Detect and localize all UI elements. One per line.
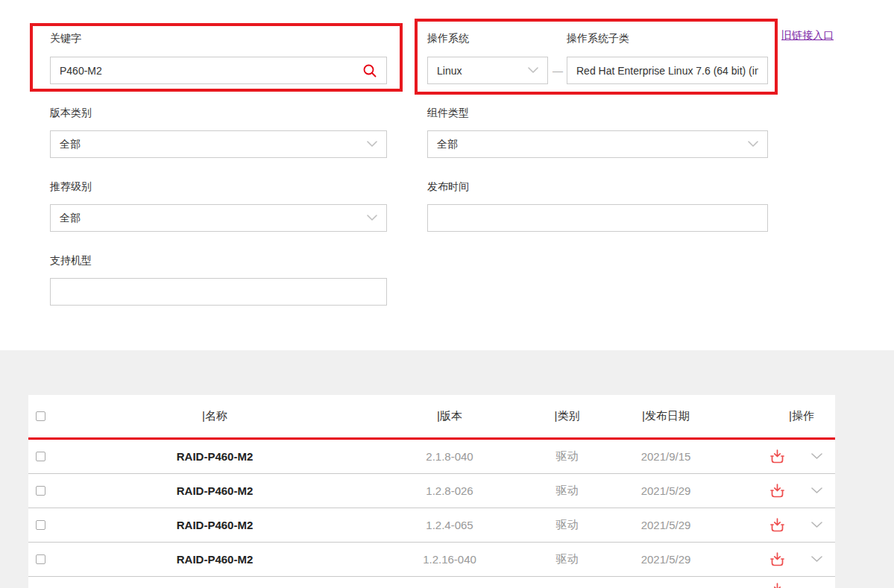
download-icon[interactable]	[769, 582, 786, 588]
supported-models-label: 支持机型	[50, 254, 92, 268]
table-row: RAID-P460-M2 1.2.8-026 驱动 2021/5/29	[28, 474, 835, 508]
results-section: |名称 |版本 |类别 |发布日期 |操作 RAID-P460-M2 2.1.8…	[0, 350, 894, 588]
row-category: 驱动	[535, 552, 599, 566]
component-type-label: 组件类型	[427, 107, 469, 120]
table-row: RAID-P460-M2 2.1.8-040 驱动 2021/9/15	[28, 440, 835, 474]
os-sub-label: 操作系统子类	[567, 32, 629, 45]
row-checkbox[interactable]	[36, 520, 45, 530]
download-icon[interactable]	[769, 449, 786, 464]
row-date: 2021/5/29	[599, 484, 733, 497]
version-category-select[interactable]: 全部	[50, 130, 387, 158]
release-time-input[interactable]	[437, 212, 758, 224]
table-body: RAID-P460-M2 2.1.8-040 驱动 2021/9/15 RAID…	[28, 440, 835, 577]
chevron-down-icon	[367, 215, 377, 221]
select-all-checkbox[interactable]	[36, 411, 45, 421]
supported-models-input[interactable]	[60, 286, 377, 298]
download-icon[interactable]	[769, 517, 786, 533]
row-version: 2.1.8-040	[364, 450, 535, 463]
search-icon[interactable]	[362, 63, 377, 78]
row-checkbox[interactable]	[36, 452, 45, 461]
os-separator: —	[553, 65, 563, 77]
expand-chevron-icon[interactable]	[811, 556, 822, 563]
table-row-partial	[28, 577, 835, 588]
header-name: |名称	[66, 409, 364, 423]
row-category: 驱动	[535, 484, 599, 498]
row-category: 驱动	[535, 518, 599, 532]
row-category: 驱动	[535, 449, 599, 464]
table-header-row: |名称 |版本 |类别 |发布日期 |操作	[28, 395, 835, 440]
os-select-value: Linux	[437, 65, 522, 77]
keyword-input[interactable]	[60, 65, 362, 77]
os-sub-field	[567, 57, 768, 84]
row-name: RAID-P460-M2	[66, 553, 364, 566]
download-icon[interactable]	[769, 551, 786, 567]
download-icon[interactable]	[769, 483, 786, 499]
results-table: |名称 |版本 |类别 |发布日期 |操作 RAID-P460-M2 2.1.8…	[28, 395, 835, 588]
row-version: 1.2.8-026	[364, 484, 535, 497]
row-date: 2021/5/29	[599, 519, 733, 531]
row-name: RAID-P460-M2	[66, 450, 364, 463]
table-row: RAID-P460-M2 1.2.16-040 驱动 2021/5/29	[28, 543, 835, 577]
row-version: 1.2.16-040	[364, 553, 535, 566]
keyword-label: 关键字	[50, 32, 81, 45]
version-category-value: 全部	[60, 138, 361, 151]
expand-chevron-icon[interactable]	[811, 453, 822, 460]
recommend-level-value: 全部	[60, 212, 361, 225]
release-time-label: 发布时间	[427, 180, 469, 194]
expand-chevron-icon[interactable]	[811, 487, 822, 494]
os-select[interactable]: Linux	[427, 57, 548, 84]
row-name: RAID-P460-M2	[66, 519, 364, 531]
header-version: |版本	[364, 409, 535, 423]
row-date: 2021/5/29	[599, 553, 733, 566]
row-version: 1.2.4-065	[364, 519, 535, 531]
row-name: RAID-P460-M2	[66, 484, 364, 497]
chevron-down-icon	[528, 67, 538, 74]
header-action: |操作	[733, 409, 835, 423]
component-type-select[interactable]: 全部	[427, 130, 768, 158]
component-type-value: 全部	[437, 138, 742, 151]
recommend-level-select[interactable]: 全部	[50, 204, 387, 232]
legacy-link[interactable]: 旧链接入口	[781, 29, 834, 42]
header-category: |类别	[535, 409, 599, 423]
driver-download-page: 旧链接入口 关键字 操作系统 Linux — 操作系统子类 版本类别 全部	[0, 0, 894, 588]
keyword-field	[50, 57, 387, 84]
header-date: |发布日期	[599, 409, 733, 423]
release-time-field	[427, 204, 768, 232]
version-category-label: 版本类别	[50, 107, 92, 120]
chevron-down-icon	[367, 141, 377, 148]
expand-chevron-icon[interactable]	[811, 522, 822, 528]
table-row: RAID-P460-M2 1.2.4-065 驱动 2021/5/29	[28, 508, 835, 543]
row-checkbox[interactable]	[36, 486, 45, 496]
os-label: 操作系统	[427, 32, 469, 45]
recommend-level-label: 推荐级别	[50, 180, 92, 194]
chevron-down-icon	[748, 141, 758, 148]
supported-models-field	[50, 278, 387, 306]
row-date: 2021/9/15	[599, 450, 733, 463]
os-sub-input[interactable]	[576, 65, 758, 77]
row-checkbox[interactable]	[36, 554, 45, 564]
